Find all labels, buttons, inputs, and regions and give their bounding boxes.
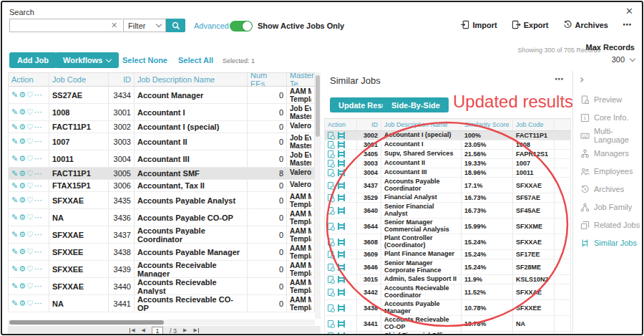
- table-row[interactable]: ✎⚙♡⋯SFXXAE3437Accounts Payable Coordinat…: [8, 226, 315, 244]
- similar-job-row[interactable]: 3481Chief Financial Officer10.78%: [324, 332, 571, 335]
- filter-dropdown[interactable]: Filter: [123, 19, 166, 32]
- column-header-id[interactable]: ID: [357, 119, 381, 130]
- table-row[interactable]: ✎⚙♡⋯10073003Accountant II0Job EvaMaster: [8, 133, 315, 150]
- sidebar-item-managers[interactable]: Managers: [573, 145, 643, 162]
- compare-icon[interactable]: [338, 276, 345, 283]
- edit-icon[interactable]: ✎: [11, 182, 18, 190]
- search-input[interactable]: [9, 19, 122, 32]
- similar-job-row[interactable]: 3644Senior Manager Commercial Analysis15…: [324, 219, 571, 234]
- panel-more-options-icon[interactable]: ⋯: [555, 74, 564, 85]
- preview-icon[interactable]: [328, 289, 333, 296]
- scrollbar-thumb[interactable]: [316, 75, 320, 137]
- compare-icon[interactable]: [338, 194, 345, 201]
- favorite-heart-icon[interactable]: ♡: [26, 196, 34, 204]
- favorite-heart-icon[interactable]: ♡: [26, 91, 34, 99]
- import-button[interactable]: Import: [460, 20, 497, 29]
- edit-icon[interactable]: ✎: [11, 282, 18, 290]
- preview-icon[interactable]: [328, 169, 333, 176]
- table-row[interactable]: ✎⚙♡⋯FTAX15P13006Accountant, Tax II0Valer…: [8, 180, 315, 192]
- table-row[interactable]: ✎⚙♡⋯SS27AE3434Account Manager0AAM MasTem…: [8, 87, 315, 104]
- archives-button[interactable]: Archives: [563, 20, 608, 29]
- sidebar-item-related-jobs[interactable]: Related Jobs: [573, 216, 643, 234]
- edit-icon[interactable]: ✎: [11, 155, 18, 163]
- compare-icon[interactable]: [338, 141, 345, 148]
- edit-icon[interactable]: ✎: [11, 265, 18, 273]
- row-more-icon[interactable]: ⋯: [34, 155, 42, 163]
- settings-gear-icon[interactable]: ⚙: [19, 248, 26, 256]
- settings-gear-icon[interactable]: ⚙: [19, 299, 26, 307]
- settings-gear-icon[interactable]: ⚙: [19, 282, 26, 290]
- table-row[interactable]: ✎⚙♡⋯NA3436Accounts Payable CO-OP0AAM Mas…: [8, 209, 315, 226]
- preview-icon[interactable]: [328, 332, 333, 335]
- compare-icon[interactable]: [338, 332, 345, 335]
- table-row[interactable]: ✎⚙♡⋯100113004Accountant III0Job EvaMaste…: [8, 150, 315, 168]
- advanced-link[interactable]: Advanced: [194, 21, 229, 30]
- row-more-icon[interactable]: ⋯: [34, 182, 42, 190]
- table-row[interactable]: ✎⚙♡⋯10083001Accountant I0Job EvaMaster: [8, 104, 315, 121]
- select-none-link[interactable]: Select None: [122, 56, 167, 64]
- compare-icon[interactable]: [338, 304, 345, 312]
- similar-job-row[interactable]: 3529Financial Analyst16.73%SF57AE: [324, 193, 571, 203]
- add-job-button[interactable]: Add Job: [9, 52, 57, 68]
- preview-icon[interactable]: [328, 182, 333, 189]
- row-more-icon[interactable]: ⋯: [34, 196, 42, 204]
- previous-page-button[interactable]: ◀: [142, 328, 145, 333]
- row-more-icon[interactable]: ⋯: [34, 282, 42, 290]
- compare-icon[interactable]: [338, 182, 345, 189]
- column-header-job-description-name[interactable]: Job Description Name: [381, 119, 462, 130]
- scrollbar-thumb[interactable]: [9, 320, 164, 325]
- table-row[interactable]: ✎⚙♡⋯SFXXEE3438Accounts Payable Manager0A…: [8, 244, 315, 261]
- last-page-button[interactable]: ▶: [193, 328, 198, 333]
- show-active-jobs-toggle[interactable]: [230, 21, 253, 32]
- edit-icon[interactable]: ✎: [11, 231, 18, 239]
- favorite-heart-icon[interactable]: ♡: [26, 213, 34, 221]
- similar-job-row[interactable]: 3437Accounts Payable Coordinator17.1%SFX…: [324, 178, 571, 193]
- similar-job-row[interactable]: 3608Plant Controller (Coordinator)15.24%…: [324, 234, 571, 250]
- settings-gear-icon[interactable]: ⚙: [19, 213, 26, 221]
- settings-gear-icon[interactable]: ⚙: [19, 170, 26, 178]
- row-more-icon[interactable]: ⋯: [34, 138, 42, 145]
- settings-gear-icon[interactable]: ⚙: [19, 108, 26, 116]
- max-records-dropdown[interactable]: 300: [586, 55, 635, 64]
- table-row[interactable]: ✎⚙♡⋯NA3441Accounts Recievable CO-OP0AAM …: [8, 295, 315, 312]
- settings-gear-icon[interactable]: ⚙: [19, 231, 26, 239]
- column-header-id[interactable]: ID: [109, 73, 135, 86]
- compare-icon[interactable]: [338, 264, 345, 271]
- favorite-heart-icon[interactable]: ♡: [26, 299, 34, 307]
- preview-icon[interactable]: [328, 194, 333, 201]
- compare-icon[interactable]: [338, 150, 345, 158]
- column-header-action[interactable]: Action: [324, 119, 357, 130]
- favorite-heart-icon[interactable]: ♡: [26, 138, 34, 145]
- current-page-input[interactable]: 1: [152, 327, 163, 335]
- preview-icon[interactable]: [328, 251, 333, 258]
- compare-icon[interactable]: [338, 251, 345, 258]
- search-button[interactable]: [166, 19, 185, 32]
- column-header-job-description-name[interactable]: Job Description Name: [135, 73, 248, 86]
- compare-icon[interactable]: [338, 160, 345, 167]
- preview-icon[interactable]: [328, 150, 333, 158]
- compare-icon[interactable]: [338, 132, 345, 139]
- sidebar-item-multi-language[interactable]: Multi-Language: [573, 127, 643, 144]
- column-header-similarity-score[interactable]: Similarity Score: [462, 119, 513, 130]
- row-more-icon[interactable]: ⋯: [34, 299, 42, 307]
- compare-icon[interactable]: [338, 169, 345, 176]
- column-header-job-code[interactable]: Job Code: [513, 119, 555, 130]
- similar-job-row[interactable]: 3640Senior Financial Analyst16.73%SF45AE: [324, 203, 571, 219]
- row-more-icon[interactable]: ⋯: [34, 91, 42, 99]
- favorite-heart-icon[interactable]: ♡: [26, 155, 34, 163]
- edit-icon[interactable]: ✎: [11, 91, 18, 99]
- compare-icon[interactable]: [338, 207, 345, 214]
- sidebar-item-core-info[interactable]: Core Info.: [573, 109, 643, 126]
- compare-icon[interactable]: [338, 223, 345, 230]
- workflows-button[interactable]: Workflows: [55, 52, 119, 68]
- column-header-num-ees[interactable]: Num EEs: [248, 73, 287, 86]
- sidebar-item-preview[interactable]: Preview: [573, 91, 643, 108]
- row-more-icon[interactable]: ⋯: [34, 265, 42, 273]
- similar-job-row[interactable]: 3003Accountant II19.33%1007: [324, 159, 571, 168]
- favorite-heart-icon[interactable]: ♡: [26, 265, 34, 273]
- preview-icon[interactable]: [328, 132, 333, 139]
- column-header-job-code[interactable]: Job Code: [49, 73, 109, 86]
- sidebar-item-similar-jobs[interactable]: Similar Jobs: [573, 234, 643, 251]
- close-icon[interactable]: ✕: [625, 6, 633, 16]
- row-more-icon[interactable]: ⋯: [34, 170, 42, 178]
